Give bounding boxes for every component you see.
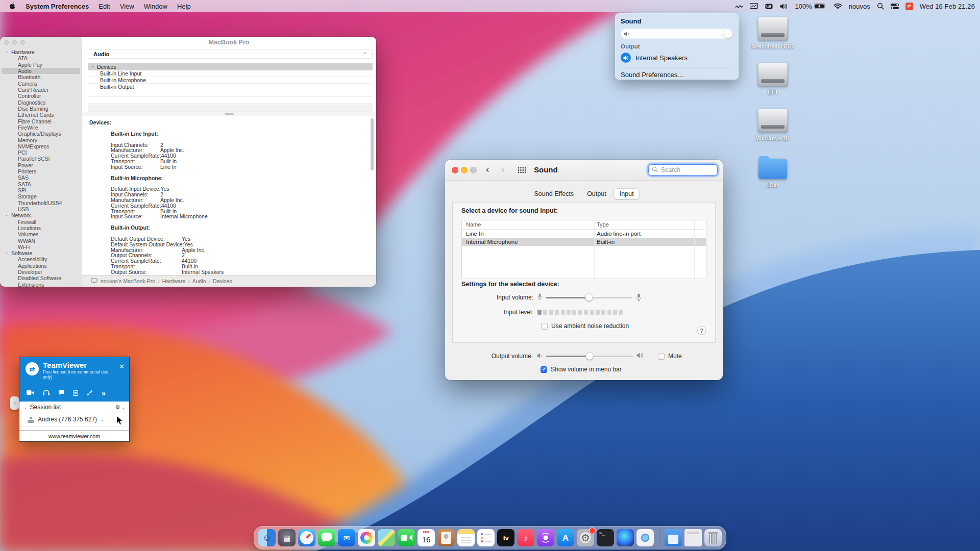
sidebar-item[interactable]: Memory <box>0 137 82 143</box>
menu-item[interactable]: View <box>120 3 134 10</box>
sidebar-item[interactable]: Controller <box>0 93 82 99</box>
mic-options-dots-icon[interactable]: ⋮ <box>643 295 647 300</box>
calendar-dock-icon[interactable]: FEB 16 <box>418 529 435 546</box>
sidebar-item[interactable]: Accessibility <box>0 256 82 262</box>
close-icon[interactable]: ✕ <box>119 363 125 370</box>
minimize-window-icon[interactable] <box>461 167 468 173</box>
sidebar-item[interactable]: Software <box>0 250 82 256</box>
sidebar-item[interactable]: Apple Pay <box>0 62 82 68</box>
show-volume-checkbox[interactable] <box>541 366 547 373</box>
volume-slider-knob[interactable] <box>723 29 732 38</box>
siri-dock-icon[interactable] <box>617 529 634 546</box>
sidebar-item[interactable]: Ethernet Cards <box>0 112 82 118</box>
messages-dock-icon[interactable] <box>318 529 335 546</box>
slider-knob[interactable] <box>585 294 593 301</box>
session-user-row[interactable]: Andres (776 375 627) ⌄ <box>19 413 129 427</box>
sidebar-item[interactable]: Bluetooth <box>0 74 82 80</box>
gear-icon[interactable]: ⚙ <box>115 404 120 411</box>
sidebar-item[interactable]: Card Reader <box>0 87 82 93</box>
video-call-icon[interactable] <box>27 390 34 397</box>
music-dock-icon[interactable]: ♪ <box>517 529 534 546</box>
ambient-noise-checkbox[interactable] <box>541 323 548 330</box>
popover-output-device[interactable]: Internal Speakers <box>621 53 733 63</box>
sidebar-item[interactable]: Power <box>0 162 82 168</box>
sidebar-item[interactable]: Storage <box>0 193 82 199</box>
sidebar-item[interactable]: USB <box>0 206 82 212</box>
chat-icon[interactable] <box>58 390 64 397</box>
volume-menu-icon[interactable] <box>779 3 789 10</box>
sidebar-item[interactable]: Disc Burning <box>0 106 82 112</box>
sidebar-item[interactable]: Firewall <box>0 218 82 224</box>
audio-section-header[interactable]: Audio ⌃ <box>88 49 373 59</box>
session-list-header[interactable]: ⌄ Session list ⚙ ⌄ <box>19 402 129 413</box>
menu-bar-clock[interactable]: Wed 16 Feb 21.26 <box>920 3 975 10</box>
sidebar-item[interactable]: Parallel SCSI <box>0 156 82 162</box>
details-scrollbar[interactable] <box>371 118 374 170</box>
battery-icon[interactable] <box>814 3 827 9</box>
whiteboard-brush-icon[interactable] <box>87 390 93 397</box>
spotlight-search-icon[interactable] <box>877 3 884 10</box>
zoom-window-icon[interactable] <box>20 40 25 45</box>
podcasts-dock-icon[interactable] <box>537 529 554 546</box>
more-tools-icon[interactable]: » <box>102 389 106 397</box>
macintosh-ssd-drive-icon[interactable]: Macintosh SSD <box>748 17 797 50</box>
sidebar-item[interactable]: Camera <box>0 81 82 87</box>
keyboard-menu-icon[interactable] <box>765 4 773 9</box>
tv-dock-icon[interactable]: tv <box>497 529 514 546</box>
breadcrumb-item[interactable]: Audio <box>192 278 213 284</box>
device-tree-row[interactable]: Built-in Microphone <box>88 77 373 84</box>
sidebar-item[interactable]: Diagnostics <box>0 99 82 106</box>
devices-root-row[interactable]: Devices <box>88 63 373 70</box>
safari-dock-icon[interactable] <box>298 529 315 546</box>
sidebar-item[interactable]: PCI <box>0 149 82 156</box>
wifi-menu-icon[interactable] <box>834 3 842 9</box>
sidebar-item[interactable]: Disabled Software <box>0 275 82 281</box>
doc-folder-icon[interactable]: Doc <box>748 155 797 189</box>
device-tree-row[interactable]: Built-in Line Input <box>88 70 373 77</box>
scribble-menu-icon[interactable] <box>735 3 743 9</box>
breadcrumb-item[interactable]: nouvos’s MacBook Pro <box>101 278 162 284</box>
forward-icon[interactable]: › <box>501 164 504 175</box>
audio-call-icon[interactable] <box>43 390 50 397</box>
sidebar-item[interactable]: ATA <box>0 55 82 61</box>
show-all-grid-icon[interactable] <box>518 167 526 175</box>
sidebar-item[interactable]: WWAN <box>0 237 82 243</box>
session-clipboard-icon[interactable] <box>73 390 78 397</box>
minimized-window-2-dock-thumb[interactable] <box>684 529 702 546</box>
sound-preferences-link[interactable]: Sound Preferences… <box>621 71 733 79</box>
breadcrumb-item[interactable]: Hardware <box>162 278 192 284</box>
menu-item[interactable]: Edit <box>99 3 110 10</box>
stats-menu-icon[interactable] <box>750 3 758 10</box>
sidebar-item[interactable]: Graphics/Displays <box>0 131 82 137</box>
active-app-menu[interactable]: System Preferences <box>26 3 89 10</box>
teamviewer-collapse-tab[interactable]: › <box>10 396 19 410</box>
username-menu-item[interactable]: nouvos <box>849 3 870 10</box>
system-preferences-dock-icon[interactable]: ⚙ <box>577 529 594 546</box>
column-name[interactable]: Name <box>466 221 481 228</box>
sidebar-item[interactable]: FireWire <box>0 124 82 131</box>
zoom-window-icon[interactable] <box>470 167 477 173</box>
column-type[interactable]: Type <box>597 221 609 228</box>
collapse-chevron-icon[interactable]: ⌃ <box>363 52 367 57</box>
app-store-dock-icon[interactable]: A <box>557 529 574 546</box>
menu-item[interactable]: Window <box>144 3 167 10</box>
facetime-dock-icon[interactable] <box>398 529 415 546</box>
launchpad-dock-icon[interactable]: ▦ <box>278 529 296 546</box>
sidebar-item[interactable]: Network <box>0 212 82 218</box>
mute-checkbox[interactable] <box>658 353 665 360</box>
control-center-icon[interactable] <box>891 3 899 10</box>
breadcrumb-item[interactable]: Devices <box>213 278 232 284</box>
sidebar-item[interactable]: SAS <box>0 174 82 181</box>
search-field[interactable] <box>648 164 718 176</box>
close-window-icon[interactable] <box>4 40 9 45</box>
search-input[interactable] <box>660 166 714 174</box>
input-volume-slider[interactable] <box>546 294 632 301</box>
sidebar-item[interactable]: NVMExpress <box>0 143 82 149</box>
teamviewer-menu-icon[interactable]: ⇄ <box>905 3 913 10</box>
photos-dock-icon[interactable] <box>358 529 375 546</box>
tab[interactable]: Output <box>581 189 612 199</box>
sidebar-item[interactable]: Wi-Fi <box>0 244 82 250</box>
tab[interactable]: Input <box>614 189 640 199</box>
notes-dock-icon[interactable] <box>457 529 475 546</box>
sidebar-item[interactable]: SPI <box>0 187 82 193</box>
